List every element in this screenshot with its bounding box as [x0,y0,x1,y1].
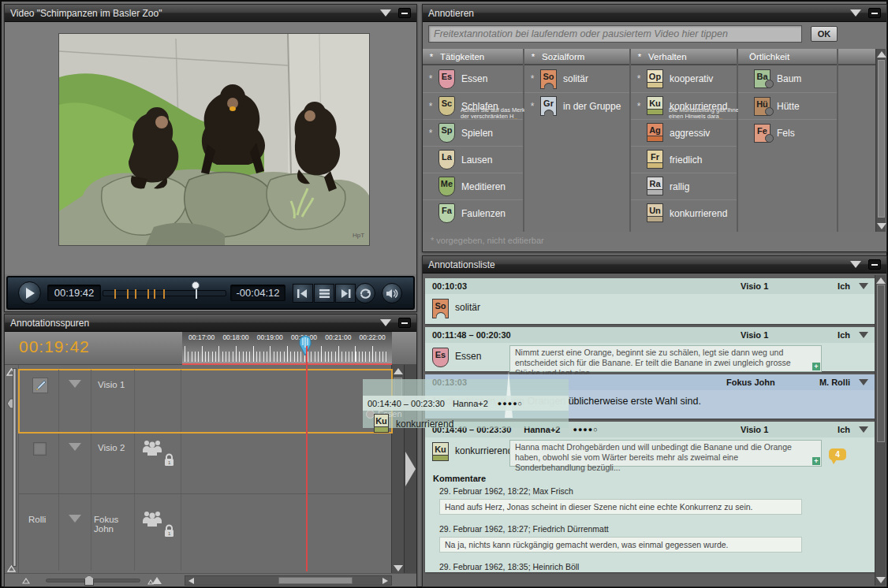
entry-description[interactable]: Nimmt zuerst eine Orange, beginnt sie zu… [509,345,822,372]
entry-menu-icon[interactable] [859,283,868,289]
panel-minimize-icon[interactable] [398,318,411,328]
panel-menu-icon[interactable] [850,261,861,268]
loop-button[interactable] [355,283,375,303]
category-item[interactable]: * So solitär [524,65,629,92]
zoom-out-icon[interactable] [22,578,30,584]
category-item[interactable]: Fr friedlich [631,146,737,173]
annotation-entry[interactable]: 00:11:48 – 00:20:30 Visio 1 Ich Es Essen… [425,327,875,371]
track-timeline-cell[interactable] [181,494,390,571]
category-header[interactable]: * Sozialform [524,49,629,65]
framelist-button[interactable] [314,284,334,303]
playhead-marker[interactable] [298,335,312,362]
play-button[interactable] [18,281,41,304]
comment-item[interactable]: 29. Februar 1962, 18:27; Friedrich Dürre… [439,524,802,553]
annotate-panel-header[interactable]: Annotieren [423,5,886,22]
scrollbar-down-icon[interactable] [877,223,886,229]
category-item[interactable]: * Sp Spielen [423,119,523,146]
scroll-right-icon[interactable] [382,578,388,584]
annotation-clip[interactable]: 00:14:40 – 00:23:30 Hanna+2 ●●●●○ Essen … [363,379,569,428]
prev-frame-button[interactable] [293,284,313,303]
category-item[interactable]: La Lausen [423,146,523,173]
category-column-taetigkeiten: * Tätigkeiten * Es Essen * [423,49,523,232]
track-checkbox[interactable] [33,442,47,456]
entry-menu-icon[interactable] [859,426,868,433]
panel-menu-icon[interactable] [850,9,861,17]
category-item[interactable]: * Ku konkurrierend Die Mundstellung gibt… [631,92,737,119]
next-frame-button[interactable] [335,284,356,303]
annotate-vertical-scrollbar[interactable] [875,49,886,232]
track-timeline-cell[interactable] [181,433,390,493]
track-menu-icon[interactable] [69,515,81,523]
comment-item[interactable]: 29. Februar 1962, 18:35; Heinrich Böll [439,562,802,571]
scrollbar-up-icon[interactable] [876,277,886,284]
timeline-zoom-slider[interactable] [46,579,140,582]
scrollbar-down-icon[interactable] [394,565,403,571]
ok-button[interactable]: OK [811,26,838,42]
panel-menu-icon[interactable] [380,319,391,326]
annotation-entry[interactable]: 00:14:40 – 00:23:30 Hanna+2 ●●●●○ Visio … [425,422,875,572]
zoom-in-icon[interactable] [147,576,162,585]
track-menu-icon[interactable] [69,443,81,451]
category-item[interactable]: Me Meditieren [423,173,523,199]
category-label: kooperativ [670,73,713,84]
row-resize-groove[interactable] [13,368,17,567]
category-item[interactable]: * Op kooperativ [631,65,737,92]
entry-badge-label: Essen [455,351,481,362]
category-item[interactable]: Ra rallig [631,173,737,199]
category-item[interactable]: Fe Fels [738,119,837,146]
expand-handle-icon[interactable] [405,452,416,486]
comment-count-bubble[interactable]: 4 [829,448,846,460]
entry-description[interactable]: Hanna macht Drohgebärden und will unbedi… [509,440,822,467]
category-badge: Op [647,69,663,83]
entry-menu-icon[interactable] [859,332,868,338]
video-frame[interactable]: HpT [59,34,369,245]
edit-track-button[interactable] [32,378,48,393]
scrollbar-thumb[interactable] [278,577,353,584]
scroll-down-icon[interactable] [7,565,16,572]
category-item[interactable]: Ba Baum [738,65,837,92]
list-panel-header[interactable]: Annotationsliste [423,256,886,274]
track-row-visio-1[interactable]: Visio 1 00:14:40 – 00:23:30 Hanna+2 ●●●●… [19,370,392,433]
track-menu-icon[interactable] [69,380,81,388]
track-row-fokus-john[interactable]: Rolli Fokus John 1 [19,494,392,571]
category-header[interactable]: Örtlichkeit [738,49,837,65]
track-timeline-cell[interactable]: 00:14:40 – 00:23:30 Hanna+2 ●●●●○ Essen … [181,370,390,432]
category-item[interactable]: Hü Hütte [738,92,837,119]
scrollbar-thumb[interactable] [878,60,885,218]
volume-button[interactable] [382,283,402,303]
category-item[interactable]: Un konkurrierend [631,199,737,226]
scroll-left-icon[interactable] [188,578,194,584]
timeline-ruler[interactable]: 00:17:0000:18:0000:19:0000:20:0000:21:00… [182,332,392,365]
timeline-horizontal-scrollbar[interactable] [185,575,392,586]
annotation-entry[interactable]: 00:10:03 Visio 1 Ich So solitär [425,278,875,324]
panel-minimize-icon[interactable] [398,8,411,18]
expand-plus-icon[interactable]: + [812,457,820,465]
panel-minimize-icon[interactable] [868,259,881,270]
category-item[interactable]: * Gr in der Gruppe [524,92,629,119]
annotate-panel: Annotieren OK * Tätigkeiten * [422,4,887,252]
scrollbar-thumb[interactable] [877,285,885,442]
freetext-annotation-input[interactable] [428,25,802,43]
scrollbar-down-icon[interactable] [876,577,886,583]
tracks-panel-title: Annotationsspuren [10,318,89,329]
scrollbar-up-icon[interactable] [394,368,403,374]
category-header[interactable]: * Verhalten [631,49,737,65]
comment-item[interactable]: 29. Februar 1962, 18:22; Max Frisch Hand… [439,486,802,515]
category-item[interactable]: * Sc Schlafen Achten Sie auf das Merkmal… [423,92,523,119]
panel-menu-icon[interactable] [380,9,391,17]
video-panel-header[interactable]: Video "Schimpanzen im Basler Zoo" [5,5,416,22]
list-vertical-scrollbar[interactable] [875,275,886,586]
seek-slider[interactable] [103,290,226,296]
entry-menu-icon[interactable] [859,379,868,385]
expand-plus-icon[interactable]: + [812,363,820,370]
seek-handle[interactable] [192,281,200,289]
panel-minimize-icon[interactable] [868,8,881,18]
track-row-visio-2[interactable]: Visio 2 1 [19,433,392,494]
category-item[interactable]: Fa Faulenzen [423,199,523,226]
zoom-slider-handle[interactable] [84,575,94,586]
category-header[interactable]: * Tätigkeiten [423,49,523,65]
category-item[interactable]: * Es Essen [423,65,523,92]
scrollbar-up-icon[interactable] [877,51,886,58]
tracks-panel-header[interactable]: Annotationsspuren [5,314,416,332]
category-item[interactable]: Ag aggressiv [631,119,737,146]
